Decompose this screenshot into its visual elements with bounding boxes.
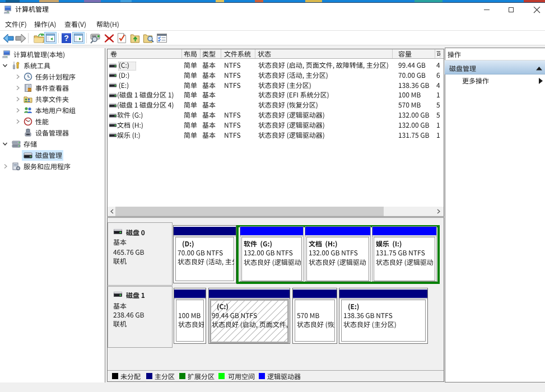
svg-text:!: ! (29, 88, 30, 91)
svg-text:?: ? (64, 34, 69, 43)
